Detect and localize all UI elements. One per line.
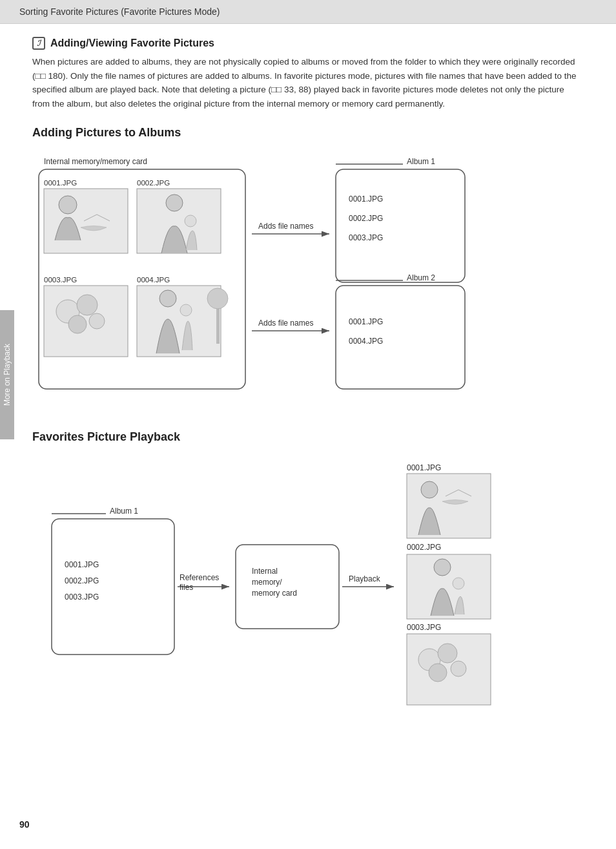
diagram1: Internal memory/memory card 0001.JPG 000… [32,150,588,415]
svg-text:Playback: Playback [349,574,381,583]
svg-rect-3 [44,189,128,253]
svg-point-12 [77,295,98,315]
svg-text:Album 2: Album 2 [407,273,435,282]
svg-text:Internal memory/memory card: Internal memory/memory card [44,157,147,166]
svg-rect-26 [336,169,465,282]
svg-text:0003.JPG: 0003.JPG [44,276,77,284]
svg-text:0002.JPG: 0002.JPG [407,543,441,552]
svg-point-17 [159,290,176,307]
section1-heading: Adding Pictures to Albums [32,126,584,140]
svg-text:files: files [180,583,193,592]
note-title: ℐ Adding/Viewing Favorite Pictures [32,37,584,50]
svg-text:References: References [180,573,219,582]
svg-text:0001.JPG: 0001.JPG [349,317,383,326]
main-content: ℐ Adding/Viewing Favorite Pictures When … [0,24,616,764]
svg-point-20 [207,288,228,309]
svg-point-18 [180,304,192,316]
svg-text:0001.JPG: 0001.JPG [349,194,383,204]
svg-rect-38 [52,519,174,655]
svg-text:0002.JPG: 0002.JPG [349,214,383,223]
svg-text:Adds file names: Adds file names [258,222,313,231]
header-bar: Sorting Favorite Pictures (Favorite Pict… [0,0,616,24]
header-title: Sorting Favorite Pictures (Favorite Pict… [19,6,220,17]
svg-text:0004.JPG: 0004.JPG [137,276,170,284]
svg-point-65 [451,661,466,676]
side-tab-text: More on Playback [3,344,12,406]
svg-point-7 [166,194,183,211]
svg-text:0004.JPG: 0004.JPG [349,337,383,346]
svg-point-4 [59,196,77,214]
svg-text:Album 1: Album 1 [110,507,138,516]
svg-text:0003.JPG: 0003.JPG [407,623,441,632]
svg-point-8 [185,215,196,227]
side-tab: More on Playback [0,310,14,439]
note-section: ℐ Adding/Viewing Favorite Pictures When … [32,37,584,110]
svg-text:memory/: memory/ [252,578,282,587]
svg-text:0003.JPG: 0003.JPG [65,592,99,602]
note-icon: ℐ [32,37,45,50]
svg-point-13 [68,315,87,333]
svg-text:memory card: memory card [252,589,297,598]
svg-text:0001.JPG: 0001.JPG [44,179,77,187]
svg-text:Internal: Internal [252,567,278,576]
svg-point-63 [438,644,457,663]
svg-text:0003.JPG: 0003.JPG [349,233,383,242]
svg-rect-47 [236,545,339,629]
svg-text:0001.JPG: 0001.JPG [407,463,441,472]
svg-text:0001.JPG: 0001.JPG [65,560,99,569]
note-heading: Adding/Viewing Favorite Pictures [50,37,214,49]
note-body: When pictures are added to albums, they … [32,55,584,110]
svg-text:Adds file names: Adds file names [258,319,313,328]
svg-point-58 [434,559,451,576]
diagram2: Album 1 0001.JPG 0002.JPG 0003.JPG Refer… [32,454,588,726]
svg-text:Album 1: Album 1 [407,157,435,166]
section2-heading: Favorites Picture Playback [32,430,584,444]
svg-rect-19 [216,305,220,344]
svg-point-14 [89,313,105,329]
svg-text:0002.JPG: 0002.JPG [65,576,99,585]
svg-rect-54 [407,474,491,538]
svg-point-59 [453,578,464,589]
svg-point-64 [429,664,447,682]
svg-text:0002.JPG: 0002.JPG [137,179,170,187]
svg-point-55 [421,481,438,498]
page-number: 90 [19,819,30,830]
